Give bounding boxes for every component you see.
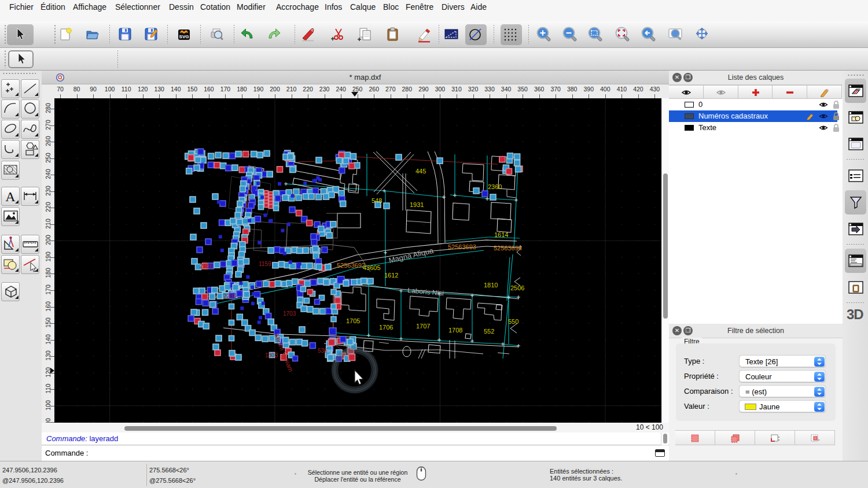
- svg-text:SVG: SVG: [179, 34, 189, 39]
- svg-text:1931: 1931: [410, 201, 424, 208]
- svg-text:550: 550: [508, 318, 518, 325]
- svg-text:1612: 1612: [384, 272, 398, 279]
- svg-text:52563694: 52563694: [494, 245, 522, 252]
- svg-text:552: 552: [484, 328, 494, 335]
- svg-text:2506: 2506: [510, 284, 524, 291]
- svg-text:2136: 2136: [200, 263, 213, 269]
- svg-text:1705: 1705: [346, 317, 360, 324]
- svg-text:536: 536: [318, 347, 328, 354]
- svg-text:43605: 43605: [363, 264, 381, 271]
- svg-text:2360: 2360: [488, 183, 502, 190]
- svg-text:52563693: 52563693: [448, 243, 476, 250]
- svg-text:1803: 1803: [265, 352, 278, 358]
- svg-text:1810: 1810: [484, 282, 498, 289]
- svg-text:1614: 1614: [494, 231, 508, 238]
- svg-text:1703: 1703: [283, 310, 296, 317]
- svg-text:548: 548: [372, 197, 382, 204]
- svg-text:1706: 1706: [379, 324, 393, 331]
- svg-text:52563692: 52563692: [337, 262, 365, 269]
- svg-text:1707: 1707: [416, 323, 430, 330]
- svg-text:1708: 1708: [448, 327, 462, 334]
- svg-text:1159: 1159: [259, 261, 271, 267]
- svg-text:445: 445: [415, 168, 426, 175]
- svg-text:A: A: [5, 189, 16, 204]
- svg-text:2236: 2236: [223, 293, 237, 300]
